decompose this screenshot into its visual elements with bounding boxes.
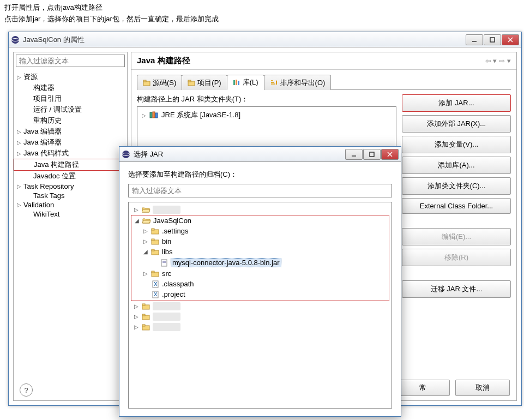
cancel-button[interactable]: 取消 (455, 380, 510, 396)
tree-item-Task Repository[interactable]: ▷Task Repository (14, 182, 127, 191)
maximize-button[interactable] (484, 34, 501, 45)
minimize-button[interactable] (345, 149, 363, 160)
tree-item-Javadoc 位置[interactable]: Javadoc 位置 (14, 171, 127, 182)
svg-text:x: x (154, 291, 158, 298)
svg-rect-7 (143, 80, 146, 82)
tab-排序和导出(O)[interactable]: 排序和导出(O) (264, 75, 332, 90)
ok-button[interactable]: 常 (395, 380, 450, 396)
file-tree-item[interactable]: x.project (131, 289, 389, 299)
file-tree-item[interactable]: ▷bin (131, 236, 389, 247)
svg-rect-29 (162, 261, 166, 263)
svg-rect-27 (152, 249, 154, 251)
svg-rect-37 (142, 304, 145, 305)
window-title: JavaSqlCon 的属性 (23, 35, 466, 45)
btn-移除(R)[interactable]: 移除(R) (402, 249, 511, 266)
file-tree-item[interactable]: ▷.settings (131, 226, 389, 236)
svg-point-16 (122, 151, 130, 158)
tree-item-重构历史[interactable]: 重构历史 (14, 115, 127, 126)
file-tree-item[interactable]: x.classpath (131, 279, 389, 289)
tree-item-Java 代码样式[interactable]: ▷Java 代码样式 (14, 148, 127, 159)
tree-item-Task Tags[interactable]: Task Tags (14, 191, 127, 200)
svg-rect-9 (188, 80, 191, 82)
dialog-prompt: 选择要添加至构建路径的归档(C)： (128, 170, 392, 179)
tree-item-资源[interactable]: ▷资源 (14, 71, 127, 82)
svg-rect-14 (153, 112, 155, 118)
tree-item-Validation[interactable]: ▷Validation (14, 200, 127, 209)
minimize-button[interactable] (466, 34, 483, 45)
svg-rect-23 (152, 229, 154, 230)
help-icon[interactable]: ? (20, 383, 33, 397)
category-tree[interactable]: ▷资源构建器项目引用运行 / 调试设置重构历史▷Java 编辑器▷Java 编译… (14, 69, 127, 400)
tab-源码(S)[interactable]: 源码(S) (137, 75, 182, 90)
page-title: Java 构建路径 (137, 56, 485, 66)
jar-filter-input[interactable] (128, 184, 392, 197)
list-label: 构建路径上的 JAR 和类文件夹(T)： (137, 94, 396, 104)
tree-item-构建器[interactable]: 构建器 (14, 82, 127, 93)
btn-添加 JAR...[interactable]: 添加 JAR... (402, 94, 511, 112)
nav-back[interactable]: ⇦ ▾ (485, 57, 497, 65)
tree-item-项目引用[interactable]: 项目引用 (14, 93, 127, 104)
tree-item-Java 编译器[interactable]: ▷Java 编译器 (14, 137, 127, 148)
close-button[interactable] (381, 149, 399, 160)
tree-item-Java 构建路径[interactable]: Java 构建路径 (14, 159, 127, 171)
file-tree-item[interactable]: ◢JavaSqlCon (131, 215, 389, 226)
file-tree-item[interactable]: ▷ (131, 311, 389, 322)
file-tree-item[interactable]: ▷src (131, 268, 389, 279)
file-tree-item[interactable]: ▷ (131, 322, 389, 332)
svg-point-0 (11, 36, 19, 44)
tab-项目(P)[interactable]: 项目(P) (182, 75, 227, 90)
dialog-title: 选择 JAR (134, 149, 345, 159)
btn-添加外部 JAR(X)...[interactable]: 添加外部 JAR(X)... (402, 115, 511, 133)
jre-library-row[interactable]: ▷ JRE 系统库 [JavaSE-1.8] (140, 109, 394, 121)
library-icon (149, 111, 158, 119)
svg-rect-3 (490, 38, 495, 42)
svg-rect-10 (233, 80, 235, 85)
jre-label: JRE 系统库 [JavaSE-1.8] (161, 110, 240, 120)
tree-item-WikiText[interactable]: WikiText (14, 209, 127, 219)
file-tree-item[interactable]: ◢libs (131, 247, 389, 257)
close-button[interactable] (502, 34, 519, 45)
left-panel: ▷资源构建器项目引用运行 / 调试设置重构历史▷Java 编辑器▷Java 编译… (13, 52, 128, 401)
tree-item-运行 / 调试设置[interactable]: 运行 / 调试设置 (14, 104, 127, 115)
btn-添加类文件夹(C)...[interactable]: 添加类文件夹(C)... (402, 177, 511, 195)
svg-rect-12 (238, 81, 239, 85)
svg-rect-39 (142, 314, 145, 316)
tab-库(L)[interactable]: 库(L) (227, 75, 264, 90)
button-column: 添加 JAR...添加外部 JAR(X)...添加变量(V)...添加库(A).… (402, 94, 511, 396)
btn-添加库(A)...[interactable]: 添加库(A)... (402, 157, 511, 174)
svg-rect-41 (142, 325, 145, 326)
btn-迁移 JAR 文件...[interactable]: 迁移 JAR 文件... (402, 280, 511, 298)
eclipse-icon (122, 150, 130, 159)
tree-item-Java 编辑器[interactable]: ▷Java 编辑器 (14, 126, 127, 137)
svg-rect-19 (370, 152, 374, 157)
properties-titlebar: JavaSqlCon 的属性 (9, 32, 521, 47)
svg-rect-13 (150, 112, 152, 118)
svg-rect-31 (152, 271, 154, 273)
filter-input[interactable] (16, 55, 125, 67)
nav-forward[interactable]: ⇨ ▾ (499, 57, 511, 65)
btn-External Class Folder...[interactable]: External Class Folder... (402, 198, 511, 214)
select-jar-dialog: 选择 JAR 选择要添加至构建路径的归档(C)： ▷ ◢JavaSqlCon▷.… (119, 146, 401, 417)
tabs-row: 源码(S)项目(P)库(L)排序和导出(O) (137, 74, 511, 90)
instruction-text: 打开属性后，点击java构建路径 点击添加jar，选择你的项目下的jar包，然后… (0, 0, 524, 27)
btn-编辑(E)...[interactable]: 编辑(E)... (402, 228, 511, 245)
maximize-button[interactable] (363, 149, 381, 160)
svg-text:x: x (154, 280, 158, 287)
svg-rect-11 (236, 80, 237, 85)
btn-添加变量(V)...[interactable]: 添加变量(V)... (402, 136, 511, 153)
file-tree-item[interactable]: mysql-connector-java-5.0.8-bin.jar (131, 257, 389, 268)
svg-rect-25 (152, 239, 154, 241)
file-tree-item[interactable]: ▷ (131, 205, 389, 215)
file-tree[interactable]: ▷ ◢JavaSqlCon▷.settings▷bin◢libsmysql-co… (128, 202, 392, 409)
file-tree-item[interactable]: ▷ (131, 301, 389, 311)
eclipse-icon (11, 35, 20, 44)
svg-rect-15 (155, 113, 158, 118)
